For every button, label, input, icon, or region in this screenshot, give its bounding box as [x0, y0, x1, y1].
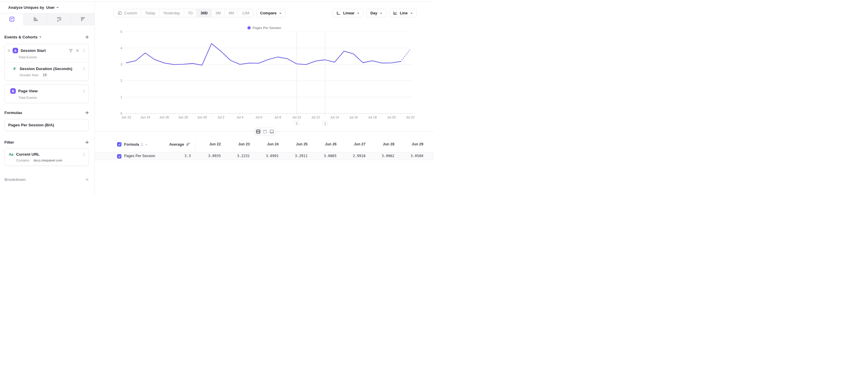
filter-condition[interactable]: Containsdocs.mixpanel.com	[5, 157, 89, 166]
property-filter-section[interactable]: # Session Duration (Seconds) Greater tha…	[5, 62, 89, 81]
plus-icon	[85, 140, 89, 144]
kebab-menu-icon[interactable]	[82, 66, 86, 71]
table-date-column-header[interactable]: Jun 25	[281, 142, 308, 146]
average-column-header[interactable]: Average	[139, 142, 184, 146]
compare-button[interactable]: Compare	[256, 9, 286, 17]
kebab-menu-icon[interactable]	[82, 152, 86, 157]
range-7d[interactable]: 7D	[184, 9, 197, 17]
series-line-incomplete-tail	[401, 49, 410, 61]
select-all-checkbox[interactable]	[117, 142, 121, 146]
property-condition[interactable]: Greater than10	[10, 71, 89, 81]
event-title[interactable]: Page View	[18, 89, 80, 93]
table-date-column-header[interactable]: Jun 23	[223, 142, 250, 146]
calendar-icon	[118, 11, 122, 15]
drag-handle-icon[interactable]	[8, 49, 10, 52]
funnels-bars-icon	[33, 17, 38, 22]
range-today[interactable]: Today	[141, 9, 159, 17]
formulas-section-header: Formulas	[4, 109, 90, 116]
events-section-header: Events & Cohorts	[4, 34, 90, 40]
table-date-column-header[interactable]: Jun 29	[396, 142, 423, 146]
range-yesterday[interactable]: Yesterday	[159, 9, 184, 17]
x-axis-label: Jul 18	[368, 115, 377, 119]
event-title[interactable]: Session Start	[21, 48, 66, 53]
chart-type-selector-button[interactable]: Line	[389, 9, 417, 17]
x-axis-label: Jun 30	[197, 115, 207, 119]
close-icon[interactable]	[75, 49, 79, 53]
main-panel: CustomTodayYesterday7D30D3M6M12M Compare…	[95, 1, 434, 196]
filter-card-current-url[interactable]: Aa Current URL Containsdocs.mixpanel.com	[4, 148, 89, 166]
range-custom[interactable]: Custom	[114, 9, 141, 17]
x-axis-label: Jul 20	[387, 115, 396, 119]
filter-property-title[interactable]: Current URL	[16, 152, 80, 157]
event-measurement[interactable]: Total Events	[5, 53, 89, 62]
x-axis-label: Jun 28	[178, 115, 188, 119]
kebab-menu-icon[interactable]	[82, 89, 86, 93]
events-section-title[interactable]: Events & Cohorts	[4, 35, 42, 39]
line-chart-icon	[393, 11, 397, 15]
series-line-pages-per-session	[126, 44, 401, 65]
add-breakdown-button[interactable]	[84, 176, 90, 183]
line-chart[interactable]: 012345Jun 22Jun 24Jun 26Jun 28Jun 30Jul …	[95, 1, 434, 133]
table-cell-value: 3.0062	[368, 154, 395, 158]
table-row[interactable]: Pages Per Session 3.3 3.09353.22313.6991…	[95, 152, 434, 160]
scale-selector-button[interactable]: Linear	[333, 9, 364, 17]
x-axis-label: Jul 22	[406, 115, 414, 119]
chart-annotations-layer: 11	[95, 1, 434, 133]
x-axis-label: Jul 8	[274, 115, 281, 119]
y-axis-label: 1	[120, 95, 122, 99]
formula-name[interactable]: Pages Per Session (B/A)	[5, 119, 89, 131]
tab-flows[interactable]	[47, 13, 71, 25]
linear-scale-icon	[336, 11, 341, 15]
property-title[interactable]: Session Duration (Seconds)	[20, 66, 80, 71]
range-3m[interactable]: 3M	[211, 9, 224, 17]
kebab-menu-icon[interactable]	[82, 49, 86, 53]
chevron-down-icon	[410, 12, 413, 15]
x-axis-label: Jul 4	[237, 115, 243, 119]
x-axis-label: Jul 6	[255, 115, 262, 119]
add-filter-button[interactable]	[84, 139, 90, 145]
x-axis-label: Jul 2	[217, 115, 224, 119]
table-cell-value: 3.0935	[194, 154, 221, 158]
table-date-column-header[interactable]: Jun 24	[252, 142, 279, 146]
plus-icon	[85, 111, 89, 115]
table-date-column-header[interactable]: Jun 22	[194, 142, 221, 146]
tab-funnels[interactable]	[23, 13, 47, 25]
tab-insights[interactable]	[0, 13, 23, 25]
x-axis-label: Jul 12	[311, 115, 320, 119]
range-6m[interactable]: 6M	[224, 9, 238, 17]
y-axis-label: 4	[120, 46, 122, 50]
event-measurement[interactable]: Total Events	[5, 94, 89, 103]
table-date-column-header[interactable]: Jun 26	[310, 142, 337, 146]
x-axis-label: Jun 22	[121, 115, 131, 119]
tab-retention[interactable]	[71, 13, 95, 25]
plus-icon	[85, 177, 89, 182]
annotation-count-badge[interactable]: 1	[322, 121, 328, 126]
range-30d[interactable]: 30D	[196, 9, 211, 17]
layout-top-icon	[263, 130, 267, 134]
event-card-session-start[interactable]: A Session Start Total Events # Session D…	[4, 44, 89, 81]
chevron-down-icon	[357, 12, 360, 15]
layout-table-only-button[interactable]	[268, 128, 275, 135]
x-axis-label: Jun 26	[159, 115, 169, 119]
add-formula-button[interactable]	[84, 109, 90, 116]
filter-funnel-icon[interactable]	[69, 49, 73, 53]
annotation-count-badge[interactable]: 1	[294, 121, 299, 126]
range-12m[interactable]: 12M	[238, 9, 253, 17]
analyze-entity-selector[interactable]: User	[46, 5, 55, 10]
interval-selector-button[interactable]: Day	[366, 9, 386, 17]
layout-split-button[interactable]	[255, 128, 261, 135]
table-date-column-header[interactable]: Jun 28	[368, 142, 395, 146]
report-type-tabs	[0, 13, 95, 25]
legend-swatch	[248, 26, 250, 29]
event-card-page-view[interactable]: B Page View Total Events	[4, 84, 89, 103]
add-event-button[interactable]	[84, 34, 90, 40]
layout-chart-only-button[interactable]	[261, 128, 268, 135]
sort-descending-icon[interactable]	[186, 142, 190, 146]
row-checkbox[interactable]	[117, 154, 121, 159]
formula-card[interactable]: Pages Per Session (B/A)	[4, 119, 89, 131]
layout-bottom-icon	[270, 130, 274, 134]
check-icon	[118, 143, 121, 146]
table-date-column-header[interactable]: Jun 27	[339, 142, 366, 146]
y-axis-label: 2	[120, 79, 122, 82]
x-axis-label: Jun 24	[141, 115, 150, 119]
